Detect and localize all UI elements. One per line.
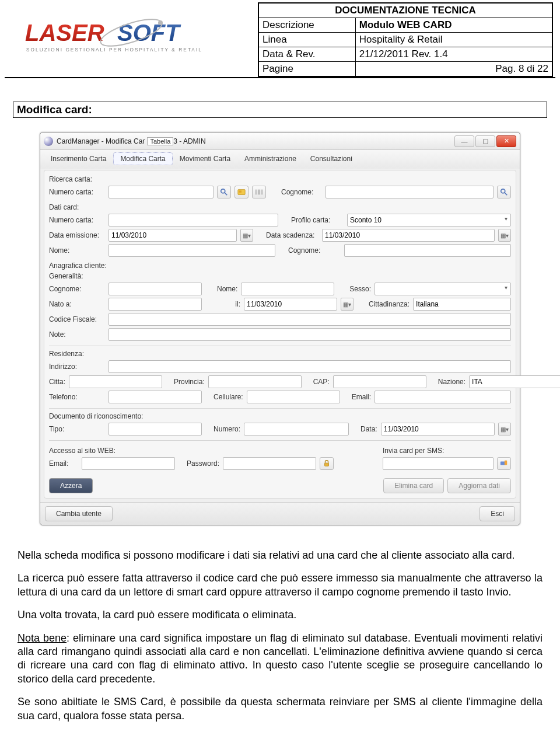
anag-nome-input[interactable] — [241, 283, 334, 295]
anag-citt-input[interactable] — [413, 298, 511, 311]
anag-sesso-label: Sesso: — [349, 285, 371, 293]
ricerca-numero-input[interactable] — [108, 186, 214, 198]
lock-icon-button[interactable] — [320, 457, 334, 470]
search-surname-icon-button[interactable] — [497, 186, 511, 198]
page-header: LASER SOFT SOLUZIONI GESTIONALI PER HOSP… — [5, 0, 555, 78]
web-password-label: Password: — [187, 459, 219, 468]
body-p4-notabene: Nota bene — [18, 632, 66, 644]
anag-nato-input[interactable] — [108, 298, 202, 311]
body-p4-rest: : eliminare una card significa impostare… — [18, 632, 542, 685]
lasersoft-logo: LASER SOFT SOLUZIONI GESTIONALI PER HOSP… — [22, 16, 243, 60]
hdr-pagine-value: Pag. 8 di 22 — [355, 62, 552, 77]
documento-title: Documento di riconoscimento: — [49, 412, 511, 420]
ricerca-numero-label: Numero carta: — [49, 188, 105, 196]
hdr-data-label: Data & Rev. — [258, 47, 355, 62]
ricerca-cognome-input[interactable] — [326, 186, 494, 198]
esci-button[interactable]: Esci — [480, 506, 515, 521]
anagrafica-generalita: Generalità: — [49, 272, 511, 280]
tab-modifica[interactable]: Modifica Carta — [113, 152, 172, 165]
res-nazione-input[interactable] — [469, 375, 560, 388]
logo-tagline: SOLUZIONI GESTIONALI PER HOSPITALITY & R… — [26, 47, 202, 53]
menu-bar: Inserimento Carta Modifica Carta Movimen… — [40, 150, 520, 169]
send-sms-icon-button[interactable] — [497, 457, 511, 470]
tab-inserimento[interactable]: Inserimento Carta — [44, 152, 113, 165]
window-title-prefix: CardManager - Modifica Car — [57, 137, 145, 145]
section-title: Modifica card: — [13, 102, 547, 118]
chip-card-icon-button[interactable] — [235, 186, 249, 198]
tab-consultazioni[interactable]: Consultazioni — [303, 152, 359, 165]
res-telefono-input[interactable] — [108, 391, 202, 403]
body-p2: La ricerca può essere fatta attraverso i… — [18, 572, 542, 599]
dati-profilo-select[interactable] — [347, 214, 511, 227]
calendar-scadenza-icon[interactable]: ▦▾ — [498, 229, 511, 242]
anag-citt-label: Cittadinanza: — [369, 300, 410, 308]
anag-sesso-select[interactable] — [374, 283, 511, 295]
web-title: Accesso al sito WEB: — [49, 447, 379, 455]
calendar-il-icon[interactable]: ▦▾ — [341, 298, 354, 311]
doc-tipo-label: Tipo: — [49, 425, 105, 433]
dati-profilo-label: Profilo carta: — [291, 216, 344, 224]
body-p4: Nota bene: eliminare una card significa … — [18, 632, 542, 687]
close-button[interactable]: ✕ — [496, 135, 516, 147]
dati-emissione-label: Data emissione: — [49, 231, 105, 239]
anag-il-input[interactable] — [244, 298, 337, 311]
res-indirizzo-input[interactable] — [108, 360, 511, 373]
group-web: Accesso al sito WEB: Email: Password: — [49, 444, 379, 472]
res-citta-input[interactable] — [69, 375, 162, 388]
elimina-button[interactable]: Elimina card — [383, 478, 444, 493]
window-bottombar: Cambia utente Esci — [40, 502, 520, 525]
res-provincia-input[interactable] — [208, 375, 302, 388]
dati-emissione-input[interactable] — [108, 229, 237, 242]
hdr-descr-value: Modulo WEB CARD — [355, 18, 552, 33]
azzera-button[interactable]: Azzera — [49, 478, 93, 493]
svg-point-0 — [221, 189, 225, 193]
calendar-doc-icon[interactable]: ▦▾ — [498, 423, 511, 436]
search-card-icon-button[interactable] — [217, 186, 231, 198]
doc-numero-input[interactable] — [244, 423, 349, 436]
body-p3: Una volta trovata, la card può essere mo… — [18, 608, 542, 622]
tab-amministrazione[interactable]: Amministrazione — [237, 152, 303, 165]
dati-scadenza-input[interactable] — [322, 229, 495, 242]
anag-cognome-input[interactable] — [108, 283, 202, 295]
dati-cognome-input[interactable] — [344, 244, 511, 257]
web-email-input[interactable] — [82, 457, 175, 470]
anag-note-input[interactable] — [108, 328, 511, 341]
tab-movimenti[interactable]: Movimenti Carta — [173, 152, 237, 165]
form-pane: Ricerca carta: Numero carta: Cognome: — [44, 170, 516, 499]
svg-rect-3 — [239, 190, 242, 193]
res-email-input[interactable] — [374, 391, 511, 403]
body-p5: Se sono abiltiate le SMS Card, è possibi… — [18, 695, 542, 723]
res-cap-input[interactable] — [333, 375, 426, 388]
sms-title: Invia card per SMS: — [383, 447, 511, 455]
res-telefono-label: Telefono: — [49, 393, 105, 401]
body-text: Nella scheda modifica si possono modific… — [18, 549, 542, 723]
group-ricerca: Ricerca carta: Numero carta: Cognome: — [49, 175, 511, 198]
doc-tipo-input[interactable] — [108, 423, 202, 436]
web-password-input[interactable] — [223, 457, 316, 470]
sms-input[interactable] — [383, 457, 494, 470]
doc-header-table: DOCUMENTAZIONE TECNICA Descrizione Modul… — [258, 2, 553, 77]
window-titlebar: CardManager - Modifica Car Tabella 3 - A… — [40, 133, 520, 150]
calendar-emissione-icon[interactable]: ▦▾ — [240, 229, 253, 242]
body-p1: Nella scheda modifica si possono modific… — [18, 549, 542, 562]
doc-data-label: Data: — [360, 425, 377, 433]
window-title-tag: Tabella — [147, 137, 173, 145]
logo-text-laser: LASER — [25, 20, 104, 46]
svg-point-10 — [501, 189, 505, 193]
res-cellulare-input[interactable] — [247, 391, 340, 403]
hdr-descr-label: Descrizione — [258, 18, 355, 33]
anag-cognome-label: Cognome: — [49, 285, 105, 293]
web-email-label: Email: — [49, 459, 78, 468]
dati-nome-input[interactable] — [108, 244, 275, 257]
anag-note-label: Note: — [49, 330, 105, 339]
hdr-linea-value: Hospitality & Retail — [355, 33, 552, 47]
aggiorna-button[interactable]: Aggiorna dati — [447, 478, 511, 493]
anag-nome-label: Nome: — [217, 285, 237, 293]
anag-cf-input[interactable] — [108, 313, 511, 326]
barcode-icon-button[interactable] — [252, 186, 266, 198]
minimize-button[interactable]: — — [454, 135, 474, 147]
doc-data-input[interactable] — [381, 423, 495, 436]
cambia-utente-button[interactable]: Cambia utente — [45, 506, 113, 521]
maximize-button[interactable]: ▢ — [475, 135, 495, 147]
dati-numero-input[interactable] — [108, 214, 278, 227]
